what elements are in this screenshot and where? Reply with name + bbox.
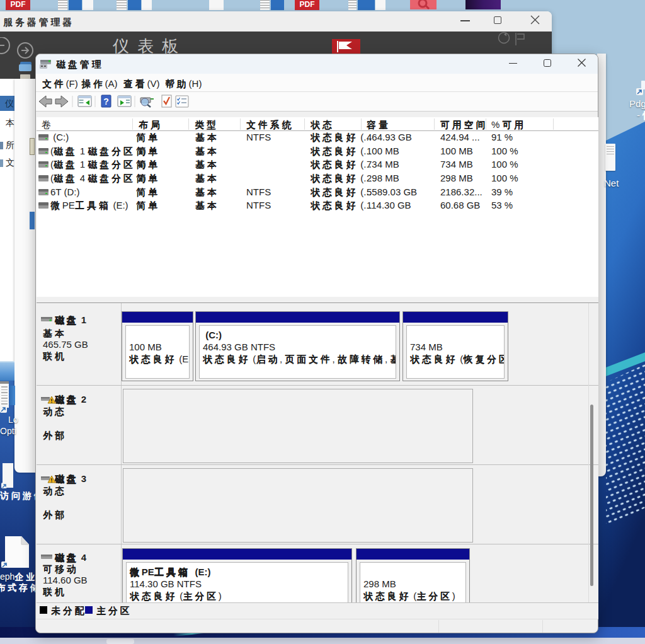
svg-text:?: ? bbox=[103, 96, 109, 106]
